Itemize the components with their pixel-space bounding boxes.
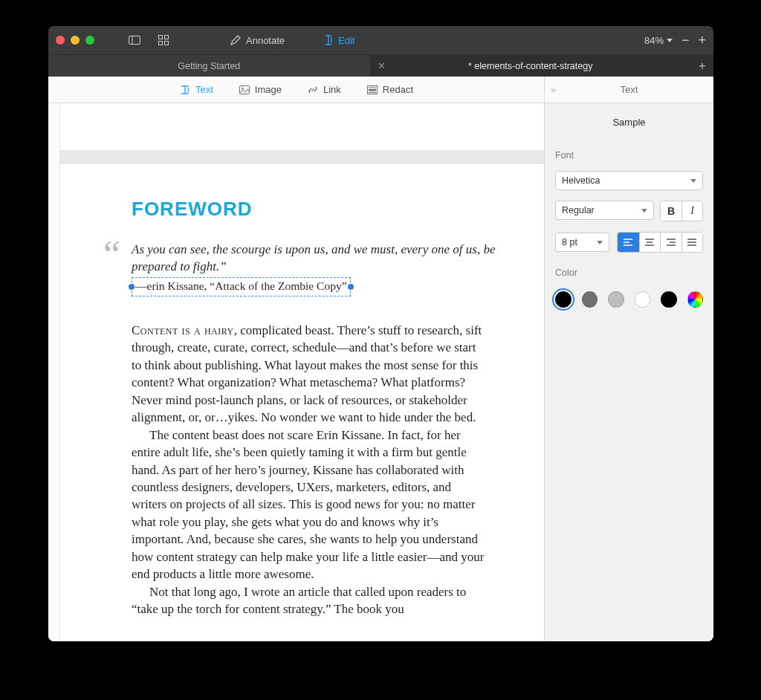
inspector-title: Text bbox=[621, 84, 638, 95]
color-swatch-gray[interactable] bbox=[582, 291, 598, 308]
color-swatch-white[interactable] bbox=[635, 291, 651, 308]
grid-view-button[interactable] bbox=[152, 33, 175, 48]
font-style-select[interactable]: Regular bbox=[555, 201, 654, 220]
tool-label: Redact bbox=[383, 84, 413, 95]
tab-getting-started[interactable]: Getting Started bbox=[48, 55, 370, 77]
epigraph: “ As you can see, the scourge is upon us… bbox=[132, 242, 504, 296]
annotate-label: Annotate bbox=[246, 35, 285, 46]
body-text: Content is a hairy, complicated beast. T… bbox=[132, 322, 488, 618]
zoom-value: 84% bbox=[644, 35, 664, 46]
bold-italic-group: B I bbox=[660, 201, 703, 221]
color-swatches bbox=[555, 288, 703, 308]
edit-label: Edit bbox=[338, 35, 354, 46]
new-tab-button[interactable]: + bbox=[691, 55, 713, 77]
tab-elements-of-content-strategy[interactable]: ✕ * elements-of-content-strategy bbox=[370, 55, 692, 77]
sidebar-toggle-button[interactable] bbox=[123, 33, 146, 47]
bold-button[interactable]: B bbox=[661, 201, 681, 221]
chevron-down-icon bbox=[667, 39, 673, 42]
close-window-button[interactable] bbox=[56, 36, 65, 45]
tool-label: Image bbox=[255, 84, 282, 95]
chevron-down-icon bbox=[597, 241, 603, 244]
chapter-title: FOREWORD bbox=[132, 198, 504, 221]
svg-rect-3 bbox=[165, 36, 169, 39]
align-right-button[interactable] bbox=[660, 233, 681, 252]
tool-label: Text bbox=[195, 84, 213, 95]
window-controls bbox=[56, 36, 94, 45]
lead-rest: , complicated beast. There’s stuff to re… bbox=[132, 323, 482, 424]
chevron-down-icon bbox=[641, 209, 647, 213]
italic-button[interactable]: I bbox=[681, 201, 702, 221]
lead-smallcaps: Content is a hairy bbox=[132, 323, 234, 337]
open-quote-icon: “ bbox=[103, 233, 120, 276]
align-left-button[interactable] bbox=[618, 233, 638, 252]
document-tabs: Getting Started ✕ * elements-of-content-… bbox=[48, 54, 713, 77]
epigraph-text: As you can see, the scourge is upon us, … bbox=[132, 242, 504, 276]
page-gutter bbox=[48, 103, 60, 641]
font-size-select[interactable]: 8 pt bbox=[555, 233, 609, 252]
document-viewport[interactable]: FOREWORD “ As you can see, the scourge i… bbox=[48, 103, 544, 641]
sidebar-icon bbox=[129, 36, 140, 45]
font-size-value: 8 pt bbox=[562, 237, 577, 247]
image-tool-button[interactable]: Image bbox=[234, 81, 286, 99]
svg-rect-0 bbox=[129, 36, 140, 45]
pen-icon bbox=[230, 34, 242, 46]
text-align-group bbox=[617, 232, 703, 253]
text-tool-button[interactable]: Text bbox=[175, 81, 218, 99]
minimize-window-button[interactable] bbox=[71, 36, 80, 45]
svg-rect-12 bbox=[369, 89, 376, 91]
color-section-label: Color bbox=[555, 268, 703, 278]
edit-toolbar: Text Image Link bbox=[48, 77, 713, 103]
app-window: Annotate Edit 84% − + Gettin bbox=[48, 26, 713, 641]
annotate-mode-button[interactable]: Annotate bbox=[224, 32, 291, 48]
color-swatch-black[interactable] bbox=[555, 291, 571, 308]
link-tool-button[interactable]: Link bbox=[302, 81, 346, 99]
font-style-value: Regular bbox=[562, 205, 595, 215]
image-icon bbox=[239, 84, 250, 96]
grid-icon bbox=[158, 35, 169, 45]
align-center-button[interactable] bbox=[639, 233, 661, 252]
page-gap bbox=[60, 103, 544, 151]
font-family-value: Helvetica bbox=[562, 175, 600, 186]
sample-preview: Sample bbox=[555, 112, 703, 135]
attribution-title: “Attack of the Zombie Copy” bbox=[210, 279, 346, 292]
color-swatch-lightgray[interactable] bbox=[608, 291, 624, 308]
tab-label: * elements-of-content-strategy bbox=[468, 61, 592, 71]
text-inspector-panel: Sample Font Helvetica Regular B I bbox=[544, 103, 713, 641]
zoom-out-button[interactable]: − bbox=[681, 33, 690, 47]
collapse-panel-button[interactable]: » bbox=[551, 84, 556, 95]
attribution-author: —erin Kissane, bbox=[135, 279, 210, 292]
edit-mode-button[interactable]: Edit bbox=[317, 32, 360, 48]
redact-tool-button[interactable]: Redact bbox=[362, 81, 418, 99]
svg-rect-2 bbox=[159, 36, 163, 39]
tab-label: Getting Started bbox=[178, 61, 240, 71]
zoom-window-button[interactable] bbox=[85, 36, 94, 45]
zoom-dropdown[interactable]: 84% bbox=[644, 35, 673, 46]
zoom-in-button[interactable]: + bbox=[698, 33, 706, 47]
svg-rect-5 bbox=[165, 42, 169, 45]
chevron-down-icon bbox=[690, 179, 696, 183]
font-section-label: Font bbox=[555, 150, 703, 161]
color-picker-button[interactable] bbox=[687, 291, 704, 308]
tab-close-button[interactable]: ✕ bbox=[378, 60, 386, 71]
text-tool-icon bbox=[179, 84, 191, 96]
color-swatch-black-2[interactable] bbox=[661, 291, 677, 308]
font-family-select[interactable]: Helvetica bbox=[555, 171, 703, 190]
align-justify-button[interactable] bbox=[681, 233, 703, 252]
redact-icon bbox=[366, 84, 378, 96]
inspector-header: » Text bbox=[544, 77, 713, 103]
selected-text-box[interactable]: —erin Kissane, “Attack of the Zombie Cop… bbox=[132, 277, 351, 296]
link-icon bbox=[307, 84, 319, 96]
titlebar: Annotate Edit 84% − + bbox=[48, 26, 713, 54]
paragraph-2: The content beast does not scare Erin Ki… bbox=[132, 427, 488, 583]
svg-point-9 bbox=[242, 87, 243, 88]
tool-label: Link bbox=[323, 84, 341, 95]
document-page: FOREWORD “ As you can see, the scourge i… bbox=[60, 163, 544, 641]
paragraph-3: Not that long ago, I wrote an article th… bbox=[132, 583, 488, 618]
text-cursor-icon bbox=[323, 34, 334, 46]
svg-rect-4 bbox=[159, 42, 163, 45]
